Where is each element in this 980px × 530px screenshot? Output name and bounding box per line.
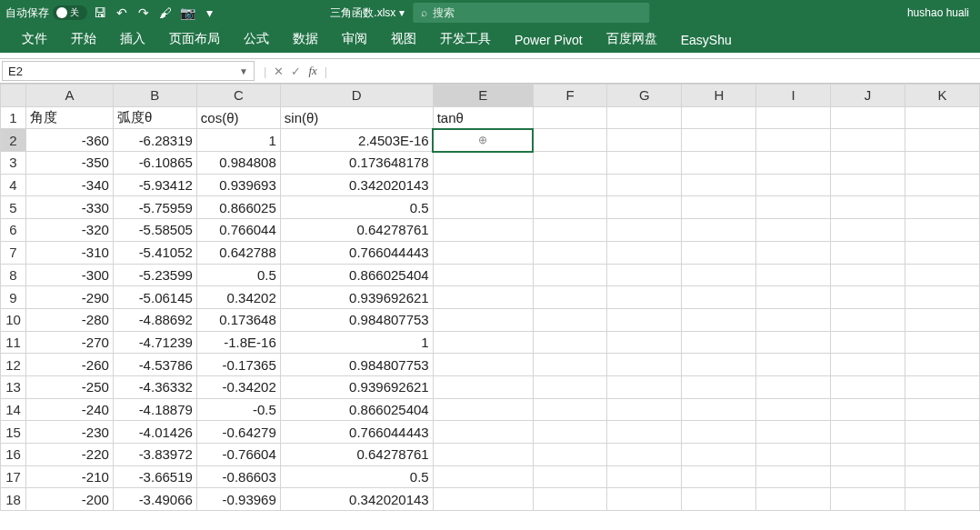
cell-B14[interactable]: -4.18879: [113, 398, 196, 421]
ribbon-tab-审阅[interactable]: 审阅: [331, 25, 378, 53]
cell-F18[interactable]: [533, 488, 607, 511]
cell-I17[interactable]: [756, 465, 831, 488]
column-header-F[interactable]: F: [533, 85, 607, 107]
camera-icon[interactable]: 📷: [178, 4, 196, 22]
cell-E17[interactable]: [433, 465, 533, 488]
cell-B15[interactable]: -4.01426: [113, 421, 196, 444]
row-header[interactable]: 13: [1, 375, 26, 398]
formula-input[interactable]: [327, 61, 980, 81]
cell-A7[interactable]: -310: [25, 241, 113, 264]
cell-C2[interactable]: 1: [196, 129, 280, 152]
cell-A15[interactable]: -230: [25, 421, 113, 444]
row-header[interactable]: 4: [1, 174, 26, 196]
cell-E18[interactable]: [433, 488, 533, 511]
ribbon-tab-百度网盘[interactable]: 百度网盘: [595, 25, 668, 53]
ribbon-tab-数据[interactable]: 数据: [282, 25, 329, 53]
cell-J7[interactable]: [831, 241, 905, 264]
user-name[interactable]: hushao huali: [907, 6, 980, 19]
ribbon-tab-插入[interactable]: 插入: [109, 25, 156, 53]
cell-J3[interactable]: [831, 152, 905, 175]
cell-B16[interactable]: -3.83972: [113, 444, 196, 466]
cell-B8[interactable]: -5.23599: [113, 264, 196, 286]
cell-I9[interactable]: [756, 286, 831, 309]
cell-D7[interactable]: 0.766044443: [280, 241, 433, 264]
cell-G16[interactable]: [607, 444, 682, 466]
cell-I18[interactable]: [756, 488, 831, 511]
cell-K13[interactable]: [905, 375, 980, 398]
cell-J5[interactable]: [831, 196, 905, 219]
cell-J1[interactable]: [831, 106, 905, 129]
cell-H9[interactable]: [682, 286, 756, 309]
cell-F15[interactable]: [533, 421, 607, 444]
cell-J2[interactable]: [831, 129, 905, 152]
cell-A10[interactable]: -280: [25, 308, 113, 331]
cell-D9[interactable]: 0.939692621: [280, 286, 433, 309]
cell-C10[interactable]: 0.173648: [196, 308, 280, 331]
cell-H17[interactable]: [682, 465, 756, 488]
row-header[interactable]: 1: [1, 106, 26, 129]
cell-H6[interactable]: [682, 219, 756, 242]
cell-H7[interactable]: [682, 241, 756, 264]
cell-C18[interactable]: -0.93969: [196, 488, 280, 511]
cell-I14[interactable]: [756, 398, 831, 421]
row-header[interactable]: 15: [1, 421, 26, 444]
cell-K12[interactable]: [905, 354, 980, 376]
cell-F11[interactable]: [533, 331, 607, 354]
ribbon-tab-文件[interactable]: 文件: [11, 25, 58, 53]
column-header-G[interactable]: G: [607, 85, 682, 107]
cell-I6[interactable]: [756, 219, 831, 242]
cell-D16[interactable]: 0.64278761: [280, 444, 433, 466]
cell-C4[interactable]: 0.939693: [196, 174, 280, 196]
cell-K9[interactable]: [905, 286, 980, 309]
cell-C7[interactable]: 0.642788: [196, 241, 280, 264]
cell-F12[interactable]: [533, 354, 607, 376]
column-header-E[interactable]: E: [433, 85, 533, 107]
cell-F3[interactable]: [533, 152, 607, 175]
cell-F6[interactable]: [533, 219, 607, 242]
cell-E14[interactable]: [433, 398, 533, 421]
cell-D13[interactable]: 0.939692621: [280, 375, 433, 398]
cell-B4[interactable]: -5.93412: [113, 174, 196, 196]
cell-E6[interactable]: [433, 219, 533, 242]
cell-B1[interactable]: 弧度θ: [113, 106, 196, 129]
cell-B18[interactable]: -3.49066: [113, 488, 196, 511]
select-all-corner[interactable]: [1, 85, 26, 107]
cell-K18[interactable]: [905, 488, 980, 511]
cell-G13[interactable]: [607, 375, 682, 398]
cell-B13[interactable]: -4.36332: [113, 375, 196, 398]
cell-I4[interactable]: [756, 174, 831, 196]
cell-K7[interactable]: [905, 241, 980, 264]
cell-C15[interactable]: -0.64279: [196, 421, 280, 444]
cell-C8[interactable]: 0.5: [196, 264, 280, 286]
cell-A1[interactable]: 角度: [25, 106, 113, 129]
cell-F8[interactable]: [533, 264, 607, 286]
cell-K15[interactable]: [905, 421, 980, 444]
cell-J13[interactable]: [831, 375, 905, 398]
document-title[interactable]: 三角函数.xlsx ▾: [330, 5, 404, 21]
cell-J17[interactable]: [831, 465, 905, 488]
cell-J10[interactable]: [831, 308, 905, 331]
column-header-I[interactable]: I: [756, 85, 831, 107]
column-header-B[interactable]: B: [113, 85, 196, 107]
cell-F4[interactable]: [533, 174, 607, 196]
cell-A6[interactable]: -320: [25, 219, 113, 242]
ribbon-tab-开发工具[interactable]: 开发工具: [429, 25, 502, 53]
chevron-down-icon[interactable]: ▼: [239, 66, 248, 76]
cell-B5[interactable]: -5.75959: [113, 196, 196, 219]
cell-J9[interactable]: [831, 286, 905, 309]
cell-I5[interactable]: [756, 196, 831, 219]
cell-J16[interactable]: [831, 444, 905, 466]
cell-I2[interactable]: [756, 129, 831, 152]
cell-I16[interactable]: [756, 444, 831, 466]
cell-A13[interactable]: -250: [25, 375, 113, 398]
cell-I7[interactable]: [756, 241, 831, 264]
cell-K1[interactable]: [905, 106, 980, 129]
cell-C6[interactable]: 0.766044: [196, 219, 280, 242]
cell-A4[interactable]: -340: [25, 174, 113, 196]
cell-K16[interactable]: [905, 444, 980, 466]
cell-I10[interactable]: [756, 308, 831, 331]
cell-B9[interactable]: -5.06145: [113, 286, 196, 309]
brush-icon[interactable]: 🖌: [156, 4, 175, 22]
cell-A14[interactable]: -240: [25, 398, 113, 421]
cell-C12[interactable]: -0.17365: [196, 354, 280, 376]
